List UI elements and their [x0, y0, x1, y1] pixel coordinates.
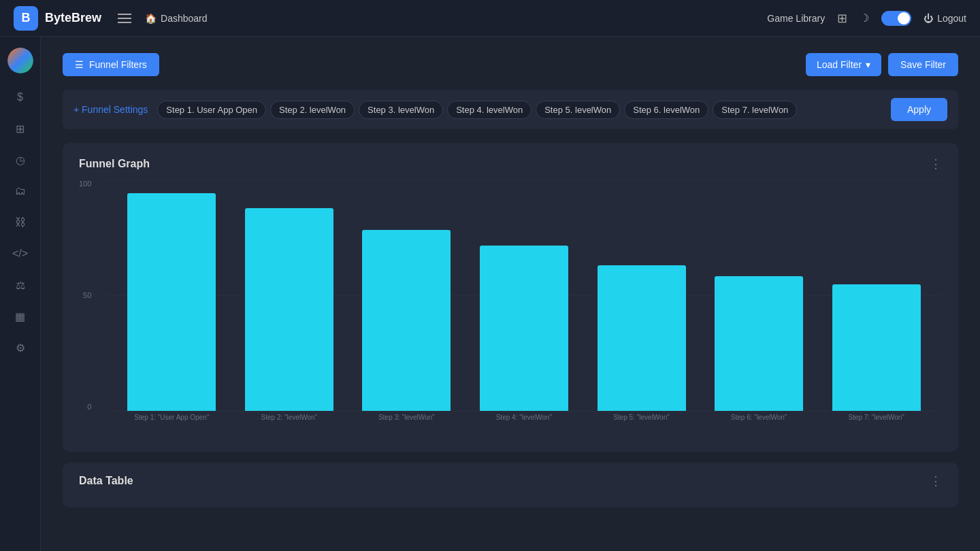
y-label-0: 0	[87, 403, 91, 411]
data-table-header: Data Table ⋮	[79, 473, 942, 488]
logo-area: B ByteBrew	[14, 6, 101, 31]
sidebar-item-settings[interactable]: ⚙	[7, 335, 33, 361]
home-icon: 🏠	[145, 13, 157, 24]
avatar	[7, 48, 33, 73]
x-label-4: Step 4: "levelWon"	[480, 414, 568, 421]
apply-button[interactable]: Apply	[891, 98, 947, 121]
data-table-card: Data Table ⋮	[63, 463, 958, 507]
funnel-graph-card: Funnel Graph ⋮ 100 50 0	[63, 143, 958, 452]
x-label-7: Step 7: "levelWon"	[832, 414, 921, 421]
step-tag-6[interactable]: Step 6. levelWon	[624, 101, 708, 119]
bar-group-4	[480, 246, 568, 411]
steps-bar: + Funnel Settings Step 1. User App Open …	[63, 90, 958, 129]
step-tag-7[interactable]: Step 7. levelWon	[713, 101, 797, 119]
bars-row	[106, 180, 942, 411]
bar-1	[127, 193, 216, 411]
dark-mode-icon[interactable]: ☽	[860, 12, 869, 24]
bar-6	[715, 276, 803, 411]
theme-toggle[interactable]	[881, 11, 911, 26]
main-layout: $ ⊞ ◷ 🗂 ⛓ </> ⚖ ▦ ⚙ ☰ Funnel Filters Loa…	[0, 37, 980, 551]
x-label-2: Step 2: "levelWon"	[245, 414, 333, 421]
sidebar-item-clock[interactable]: ◷	[7, 147, 33, 173]
bar-4	[480, 246, 568, 411]
sidebar-item-dashboard[interactable]: ▦	[7, 303, 33, 329]
y-label-100: 100	[79, 180, 91, 188]
x-label-1: Step 1: "User App Open"	[127, 414, 216, 421]
brand-name: ByteBrew	[45, 11, 101, 25]
step-tag-1[interactable]: Step 1. User App Open	[157, 101, 266, 119]
grid-line-bottom	[106, 411, 942, 412]
x-labels-row: Step 1: "User App Open"Step 2: "levelWon…	[106, 414, 942, 438]
bar-group-1	[127, 193, 216, 411]
logout-button[interactable]: ⏻ Logout	[924, 13, 966, 24]
x-label-3: Step 3: "levelWon"	[362, 414, 451, 421]
grid-view-icon[interactable]: ⊞	[837, 11, 847, 26]
logo-icon: B	[14, 6, 38, 31]
bar-5	[598, 265, 686, 411]
sidebar-item-folder[interactable]: 🗂	[7, 178, 33, 204]
toggle-knob	[898, 12, 910, 24]
sidebar-item-grid[interactable]: ⊞	[7, 116, 33, 141]
sidebar-item-scale[interactable]: ⚖	[7, 272, 33, 298]
funnel-chart-area: 100 50 0 Step 1: "User App Open"Step 2: …	[79, 180, 942, 438]
sidebar-item-link[interactable]: ⛓	[7, 210, 33, 235]
data-table-more-icon[interactable]: ⋮	[930, 473, 942, 488]
sidebar: $ ⊞ ◷ 🗂 ⛓ </> ⚖ ▦ ⚙	[0, 37, 41, 551]
y-label-50: 50	[83, 291, 91, 299]
funnel-settings-button[interactable]: + Funnel Settings	[74, 104, 148, 115]
bar-2	[245, 208, 333, 411]
save-filter-button[interactable]: Save Filter	[888, 53, 958, 76]
dropdown-chevron-icon: ▾	[866, 59, 870, 70]
funnel-graph-title: Funnel Graph	[79, 158, 150, 170]
x-label-5: Step 5: "levelWon"	[598, 414, 686, 421]
step-tag-3[interactable]: Step 3. levelWon	[359, 101, 443, 119]
bar-7	[832, 284, 921, 411]
sidebar-item-code[interactable]: </>	[7, 241, 33, 267]
card-header: Funnel Graph ⋮	[79, 156, 942, 171]
game-library-link[interactable]: Game Library	[767, 13, 825, 24]
bar-group-2	[245, 208, 333, 411]
page-toolbar: ☰ Funnel Filters Load Filter ▾ Save Filt…	[63, 53, 958, 76]
nav-right-area: Game Library ⊞ ☽ ⏻ Logout	[767, 11, 966, 26]
main-content: ☰ Funnel Filters Load Filter ▾ Save Filt…	[41, 37, 980, 551]
data-table-title: Data Table	[79, 475, 133, 487]
step-tag-4[interactable]: Step 4. levelWon	[447, 101, 532, 119]
step-tag-2[interactable]: Step 2. levelWon	[270, 101, 355, 119]
bar-3	[362, 230, 451, 411]
funnel-filters-button[interactable]: ☰ Funnel Filters	[63, 53, 159, 76]
more-options-icon[interactable]: ⋮	[930, 156, 942, 171]
y-axis-labels: 100 50 0	[79, 180, 97, 411]
toolbar-right: Load Filter ▾ Save Filter	[806, 53, 958, 76]
avatar-image	[7, 48, 33, 73]
sidebar-item-dollar[interactable]: $	[7, 84, 33, 110]
hamburger-menu[interactable]	[118, 14, 131, 23]
step-tag-5[interactable]: Step 5. levelWon	[536, 101, 620, 119]
bar-group-7	[832, 284, 921, 411]
x-label-6: Step 6: "levelWon"	[715, 414, 803, 421]
logout-icon: ⏻	[924, 13, 933, 24]
bar-group-3	[362, 230, 451, 411]
bar-group-5	[598, 265, 686, 411]
filter-icon: ☰	[75, 59, 84, 70]
bar-group-6	[715, 276, 803, 411]
load-filter-button[interactable]: Load Filter ▾	[806, 53, 881, 76]
dashboard-nav-item[interactable]: 🏠 Dashboard	[145, 13, 208, 24]
chart-grid	[106, 180, 942, 411]
top-navigation: B ByteBrew 🏠 Dashboard Game Library ⊞ ☽ …	[0, 0, 980, 37]
